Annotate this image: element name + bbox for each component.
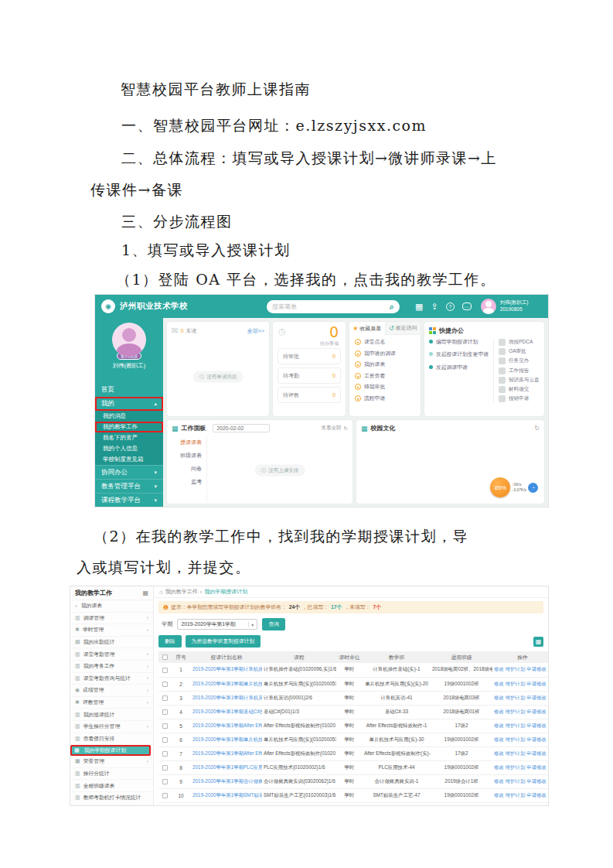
favorite-menu-item[interactable]: ●我的课表 [355, 361, 415, 368]
teaching-menu-item-10[interactable]: ▥学生操行分管理› [70, 721, 153, 733]
favorite-menu-item[interactable]: ●课堂点名 [355, 338, 415, 346]
workboard-tab-0[interactable]: 授课课表 [180, 439, 202, 446]
teaching-menu-item-13[interactable]: ▦荣誉管理› [70, 756, 153, 768]
quick-action[interactable]: 发起授课计划变更申请 [429, 351, 490, 357]
op-link-维护计划[interactable]: 维护计划 [506, 736, 526, 742]
delete-button[interactable]: 删除 [158, 635, 182, 648]
quick-app[interactable]: 填报PDCA [499, 339, 540, 346]
op-link-维护计划[interactable]: 维护计划 [506, 666, 526, 672]
row-checkbox[interactable] [162, 723, 168, 729]
favorite-menu-item[interactable]: ●流程申请 [355, 395, 415, 402]
op-link-申请修改[interactable]: 申请修改 [526, 750, 547, 756]
quick-action[interactable]: 发起调课申请 [429, 364, 490, 371]
row-checkbox[interactable] [162, 793, 168, 798]
op-link-维护计划[interactable]: 维护计划 [506, 750, 526, 756]
sidebar-group-2[interactable]: 课程教学平台▾ [95, 493, 163, 507]
teaching-menu-item-4[interactable]: ▥课堂考勤管理› [70, 648, 153, 661]
plan-name-link[interactable]: 2019-2020学年第1学期会计做账真账 [192, 778, 262, 784]
teaching-menu-item-16[interactable]: ▥教师考勤机打卡情况统计 [70, 792, 153, 805]
quick-app[interactable]: 知识库与云盘 [499, 377, 540, 384]
plan-name-link[interactable]: 2019-2020学年第1学期SMT贴装生产 [192, 792, 262, 798]
sidebar-item-0[interactable]: 我的消息 [95, 411, 163, 422]
plan-name-link[interactable]: 2019-2020学年第1学期基础C#授课计 [192, 709, 262, 714]
home-icon[interactable]: ⌂ [159, 589, 163, 596]
sidebar-item-4[interactable]: 学校制度意见箱 [95, 454, 163, 465]
op-link-申请修改[interactable]: 申请修改 [526, 666, 547, 672]
refresh-icon[interactable]: ↻ [534, 425, 540, 432]
date-input[interactable]: 2020-02-02 [213, 424, 270, 432]
search-button[interactable]: 查询 [262, 618, 285, 630]
op-link-修改[interactable]: 修改 [494, 695, 504, 700]
sidebar-item-2[interactable]: 我名下的资产 [95, 432, 163, 443]
semester-select[interactable]: 2019-2020学年第1学期 ▾ [177, 619, 257, 630]
op-link-修改[interactable]: 修改 [494, 764, 504, 770]
todo-row[interactable]: 待考勤0 [278, 367, 341, 384]
workboard-tab-3[interactable]: 监考 [191, 478, 202, 486]
help-icon[interactable]: ? [446, 302, 455, 311]
op-link-申请修改[interactable]: 申请修改 [526, 736, 547, 742]
op-link-申请修改[interactable]: 申请修改 [526, 792, 547, 798]
table-view-button[interactable]: ▦ [533, 637, 543, 647]
plan-name-link[interactable]: 2019-2020学年第1学期单片机技术与 [192, 736, 262, 742]
row-checkbox[interactable] [162, 765, 168, 771]
todo-row[interactable]: 待评教0 [278, 387, 341, 403]
workboard-tab-1[interactable]: 班级课表 [180, 452, 202, 460]
tab-favorites[interactable]: ★ 收藏菜单 [349, 322, 385, 335]
apps-grid-icon[interactable]: ▦ [415, 302, 423, 311]
op-link-维护计划[interactable]: 维护计划 [506, 695, 526, 700]
teaching-menu-item-8[interactable]: ✱评教管理› [70, 697, 153, 709]
download-icon[interactable]: ⇪ [431, 302, 438, 311]
op-link-修改[interactable]: 修改 [494, 792, 504, 798]
copy-plan-button[interactable]: 为所选教学班复制授课计划 [186, 635, 261, 648]
op-link-申请修改[interactable]: 申请修改 [526, 681, 547, 686]
op-link-申请修改[interactable]: 申请修改 [526, 723, 547, 728]
chat-icon[interactable]: ⋯ [462, 302, 472, 310]
teaching-menu-item-1[interactable]: ▥调课管理› [70, 613, 153, 625]
teaching-menu-item-3[interactable]: ▤我的出勤统计 [70, 637, 153, 649]
sidebar-item-home[interactable]: 首页 [95, 383, 163, 397]
teaching-menu-item-15[interactable]: ▥全校班级课表 [70, 780, 153, 792]
op-link-修改[interactable]: 修改 [494, 778, 504, 784]
op-link-修改[interactable]: 修改 [494, 666, 504, 672]
teaching-menu-item-12[interactable]: ▦我的学期授课计划 [70, 745, 151, 756]
op-link-修改[interactable]: 修改 [494, 723, 504, 728]
plan-name-link[interactable]: 2019-2020学年第1学期单片机技术与 [192, 681, 262, 686]
row-checkbox[interactable] [162, 751, 168, 757]
favorite-menu-item[interactable]: ●待我审批 [355, 383, 415, 391]
teaching-menu-item-2[interactable]: ✱学时管理› [70, 624, 153, 637]
teaching-menu-item-5[interactable]: ▥我的考务工作› [70, 661, 153, 673]
op-link-维护计划[interactable]: 维护计划 [506, 792, 526, 798]
quick-app[interactable]: 报销申请 [499, 395, 540, 402]
sidebar-item-1[interactable]: 我的教学工作 [95, 422, 163, 432]
op-link-申请修改[interactable]: 申请修改 [526, 695, 547, 700]
refresh-icon[interactable]: ↻ [344, 425, 348, 432]
teaching-menu-item-14[interactable]: ▥操行分统计 [70, 768, 153, 781]
row-checkbox[interactable] [162, 668, 168, 673]
plan-name-link[interactable]: 2019-2020学年第1学期计算机操作基 [192, 666, 262, 672]
row-checkbox[interactable] [162, 682, 168, 687]
assistant-button[interactable]: ◔ [528, 483, 538, 493]
mail-all-link[interactable]: 全部>> [247, 327, 264, 335]
op-link-维护计划[interactable]: 维护计划 [506, 778, 526, 784]
quick-app[interactable]: 工作报告 [499, 367, 540, 374]
breadcrumb-root[interactable]: 我的教学工作 [165, 588, 198, 596]
sidebar-group-0[interactable]: 协同办公▾ [95, 465, 163, 479]
quick-app[interactable]: OA审批 [499, 348, 540, 355]
plan-name-link[interactable]: 2019-2020学年第1学期After Effects [192, 723, 262, 728]
op-link-修改[interactable]: 修改 [494, 709, 504, 714]
op-link-修改[interactable]: 修改 [494, 681, 504, 686]
row-checkbox[interactable] [162, 737, 168, 743]
teaching-menu-item-9[interactable]: ▥我的巡课统计 [70, 709, 153, 721]
menu-grid-icon[interactable]: ▦ [142, 589, 148, 596]
search-icon[interactable]: ⌕ [390, 302, 394, 311]
plan-name-link[interactable]: 2019-2020学年第1学期After Effects [192, 750, 262, 756]
teaching-menu-item-6[interactable]: ▥课堂考勤查询与统计› [70, 673, 153, 685]
view-all-link[interactable]: 查看全部 ↻ [322, 425, 348, 432]
workboard-tab-2[interactable]: 问卷 [191, 465, 202, 473]
sidebar-group-1[interactable]: 教务管理平台▾ [95, 479, 163, 493]
quick-app[interactable]: 任务交办 [499, 357, 540, 364]
teaching-menu-item-0[interactable]: ⌕我的课表 [70, 600, 153, 613]
sidebar-item-3[interactable]: 我的个人信息 [95, 443, 163, 454]
favorite-menu-item[interactable]: ●我申请的调课 [355, 350, 415, 357]
op-link-修改[interactable]: 修改 [494, 736, 504, 742]
